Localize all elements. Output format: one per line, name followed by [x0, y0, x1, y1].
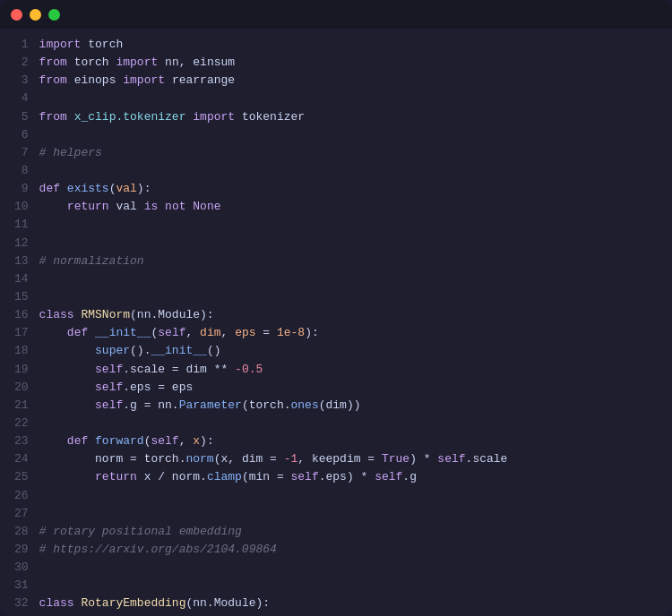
line-number: 7	[14, 144, 29, 162]
code-line: # https://arxiv.org/abs/2104.09864	[39, 541, 658, 559]
code-line: from x_clip.tokenizer import tokenizer	[39, 108, 658, 126]
line-number: 28	[14, 523, 29, 541]
code-line: self.scale = dim ** -0.5	[39, 361, 658, 379]
code-line: norm = torch.norm(x, dim = -1, keepdim =…	[39, 450, 658, 468]
line-number: 23	[14, 432, 29, 450]
code-line	[39, 415, 658, 432]
line-number: 15	[14, 288, 29, 306]
code-line: from einops import rearrange	[39, 72, 658, 90]
line-number: 6	[14, 126, 29, 144]
line-number: 3	[14, 72, 29, 90]
line-number: 2	[14, 54, 29, 72]
line-number: 12	[14, 235, 29, 252]
code-line	[39, 270, 658, 288]
code-line: return val is not None	[39, 198, 658, 216]
line-number: 1	[14, 36, 29, 54]
code-line: import torch	[39, 36, 658, 54]
line-number: 9	[14, 180, 29, 198]
code-line: # helpers	[39, 144, 658, 162]
code-line: # normalization	[39, 252, 658, 270]
code-line: class RMSNorm(nn.Module):	[39, 306, 658, 324]
line-numbers: 1234567891011121314151617181920212223242…	[0, 36, 39, 609]
line-number: 33	[14, 613, 29, 617]
line-number: 25	[14, 468, 29, 486]
line-number: 21	[14, 397, 29, 415]
line-number: 32	[14, 595, 29, 612]
line-number: 5	[14, 108, 29, 126]
line-number: 29	[14, 541, 29, 559]
editor-window: 1234567891011121314151617181920212223242…	[0, 0, 672, 616]
line-number: 13	[14, 252, 29, 270]
line-number: 18	[14, 342, 29, 360]
code-area: 1234567891011121314151617181920212223242…	[0, 29, 672, 616]
code-line	[39, 505, 658, 523]
code-line	[39, 90, 658, 107]
line-number: 24	[14, 450, 29, 468]
code-line	[39, 235, 658, 252]
line-number: 4	[14, 90, 29, 107]
maximize-button[interactable]	[48, 9, 60, 21]
code-line: super().__init__()	[39, 342, 658, 360]
code-line	[39, 577, 658, 595]
line-number: 31	[14, 577, 29, 595]
code-line: def exists(val):	[39, 180, 658, 198]
titlebar	[0, 0, 672, 29]
code-line: def __init__(self, dim, eps = 1e-8):	[39, 324, 658, 342]
line-number: 10	[14, 198, 29, 216]
code-line: from torch import nn, einsum	[39, 54, 658, 72]
close-button[interactable]	[11, 9, 22, 21]
code-line	[39, 288, 658, 306]
code-line	[39, 126, 658, 144]
code-content[interactable]: import torchfrom torch import nn, einsum…	[39, 36, 672, 609]
line-number: 17	[14, 324, 29, 342]
line-number: 11	[14, 216, 29, 234]
line-number: 22	[14, 415, 29, 432]
line-number: 20	[14, 379, 29, 397]
code-line	[39, 487, 658, 505]
code-line: # rotary positional embedding	[39, 523, 658, 541]
code-line: def forward(self, x):	[39, 432, 658, 450]
line-number: 16	[14, 306, 29, 324]
line-number: 8	[14, 162, 29, 180]
line-number: 14	[14, 270, 29, 288]
code-line: class RotaryEmbedding(nn.Module):	[39, 595, 658, 609]
line-number: 26	[14, 487, 29, 505]
line-number: 19	[14, 361, 29, 379]
code-line	[39, 559, 658, 577]
code-line: self.g = nn.Parameter(torch.ones(dim))	[39, 397, 658, 415]
line-number: 27	[14, 505, 29, 523]
code-line: return x / norm.clamp(min = self.eps) * …	[39, 468, 658, 486]
code-line	[39, 216, 658, 234]
code-line: self.eps = eps	[39, 379, 658, 397]
code-line	[39, 162, 658, 180]
minimize-button[interactable]	[30, 9, 41, 21]
line-number: 30	[14, 559, 29, 577]
